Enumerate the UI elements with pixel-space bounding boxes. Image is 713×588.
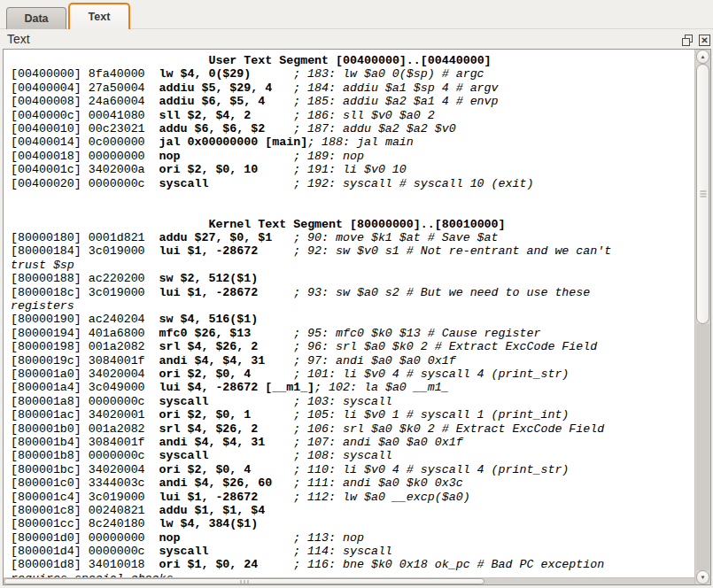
code-lines: User Text Segment [00400000]..[00440000]… [11,54,694,577]
code-line: [80000188]ac220200sw $2, 512($1) [11,272,694,285]
close-icon: ✕ [701,36,708,45]
dock-title: Text [7,32,30,46]
code-line: [80000194]401a6800mfc0 $26, $13; 95: mfc… [11,327,694,340]
code-line: [800001c8]00240821addu $1, $1, $4 [11,504,694,517]
code-line: [00400018]00000000nop; 189: nop [11,150,694,163]
comment-wrap-line: registers [11,299,694,313]
code-line: [800001d8]34010018ori $1, $0, 24; 116: b… [11,558,694,571]
code-line: [80000180]0001d821addu $27, $0, $1; 90: … [11,231,694,244]
horizontal-scrollbar[interactable] [4,577,694,584]
thumb-grip-icon [240,580,248,584]
float-window-button[interactable] [682,35,694,46]
tab-data-label: Data [24,12,48,25]
vertical-scrollbar[interactable]: ▲ ▼ [694,50,710,584]
segment-header: User Text Segment [00400000]..[00440000] [11,54,694,67]
segment-header: Kernel Text Segment [80000000]..[8001000… [11,218,694,231]
code-line: [800001d0]00000000nop; 113: nop [11,531,694,545]
code-line: [0040001c]3402000aori $2, $0, 10; 191: l… [11,163,694,176]
code-line: [8000018c]3c019000lui $1, -28672; 93: sw… [11,286,694,299]
code-line: [800001a4]3c049000lui $4, -28672 [__m1_]… [11,381,694,394]
code-line: [800001a8]0000000csyscall; 103: syscall [11,395,694,408]
tab-text-label: Text [89,11,111,23]
code-line: [00400008]24a60004addiu $6, $5, 4; 185: … [11,95,694,108]
scroll-down-button[interactable]: ▼ [696,570,709,584]
tab-data[interactable]: Data [6,7,66,29]
text-segment-panel: User Text Segment [00400000]..[00440000]… [3,49,711,585]
code-line: [80000198]001a2082srl $4, $26, 2; 96: sr… [11,340,694,353]
thumb-grip-icon [700,191,706,197]
code-line: [800001b8]0000000csyscall; 108: syscall [11,449,694,462]
code-line: [800001cc]8c240180lw $4, 384($1) [11,517,694,530]
code-line: [800001c0]3344003candi $4, $26, 60; 111:… [11,476,694,490]
horizontal-scrollbar-thumb[interactable] [4,578,484,584]
blank-line [11,204,694,217]
blank-line [11,190,694,204]
code-line: [800001b4]3084001fandi $4, $4, 31; 107: … [11,436,694,449]
code-line: [8000019c]3084001fandi $4, $4, 31; 97: a… [11,354,694,368]
vertical-scrollbar-track[interactable] [696,324,709,570]
code-line: [800001a0]34020004ori $2, $0, 4; 101: li… [11,368,694,381]
code-line: [800001d4]0000000csyscall; 114: syscall [11,545,694,558]
close-dock-button[interactable]: ✕ [699,35,710,46]
code-line: [800001ac]34020001ori $2, $0, 1; 105: li… [11,408,694,422]
comment-wrap-line: trust $sp [11,259,694,272]
code-line: [00400004]27a50004addiu $5, $29, 4; 184:… [11,81,694,95]
code-line: [80000190]ac240204sw $4, 516($1) [11,313,694,326]
code-line: [80000184]3c019000lui $1, -28672; 92: sw… [11,244,694,258]
scroll-down-icon: ▼ [701,575,706,580]
vertical-scrollbar-thumb[interactable] [696,64,709,324]
scroll-up-button[interactable]: ▲ [696,50,709,64]
code-line: [00400010]00c23021addu $6, $6, $2; 187: … [11,122,694,135]
code-line: [00400000]8fa40000lw $4, 0($29); 183: lw… [11,67,694,81]
scroll-up-icon: ▲ [701,54,706,59]
code-line: [800001bc]34020004ori $2, $0, 4; 110: li… [11,463,694,476]
code-line: [00400014]0c000000jal 0x00000000 [main];… [11,135,694,149]
code-line: [800001c4]3c019000lui $1, -28672; 112: l… [11,491,694,504]
code-line: [00400020]0000000csyscall; 192: syscall … [11,177,694,190]
code-line: [0040000c]00041080sll $2, $4, 2; 186: sl… [11,109,694,122]
code-line: [800001b0]001a2082srl $4, $26, 2; 106: s… [11,422,694,436]
code-viewport[interactable]: User Text Segment [00400000]..[00440000]… [4,50,694,577]
tab-text[interactable]: Text [68,3,130,29]
